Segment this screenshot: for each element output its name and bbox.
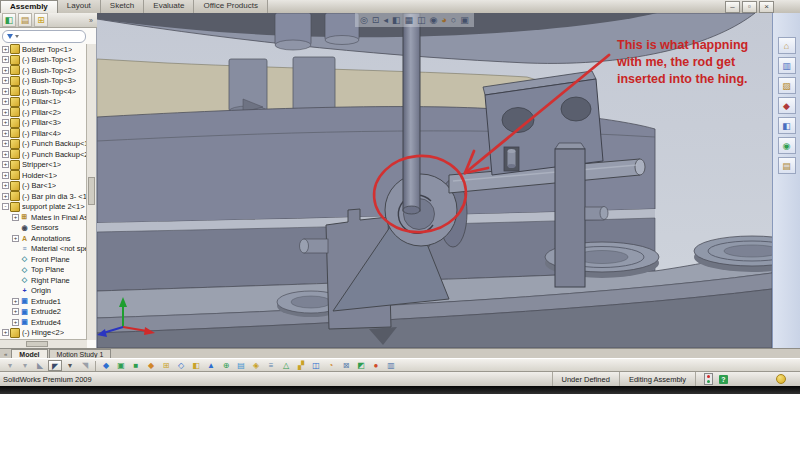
tree-expander[interactable]: +: [2, 46, 9, 53]
hide-show-icon[interactable]: ◉: [429, 13, 437, 27]
tab-evaluate[interactable]: Evaluate: [144, 0, 194, 13]
mate-icon[interactable]: ⊞: [34, 13, 48, 27]
tree-item[interactable]: +(-) Bush-Top<3>: [0, 76, 87, 87]
select-dropdown[interactable]: ▾: [63, 360, 77, 371]
realview-icon[interactable]: ◉: [778, 137, 796, 154]
tree-expander[interactable]: +: [2, 182, 9, 189]
toolbox-icon[interactable]: ◆: [778, 97, 796, 114]
appearances-icon[interactable]: ◕: [441, 13, 446, 27]
tree-item[interactable]: +▣Extrude1: [10, 296, 87, 307]
mate-icon[interactable]: ◆: [99, 360, 113, 371]
tree-expander[interactable]: +: [2, 329, 9, 336]
simulation-icon[interactable]: ●: [369, 360, 383, 371]
tree-expander[interactable]: +: [2, 88, 9, 95]
tree-item[interactable]: ◇Right Plane: [10, 275, 87, 286]
zoom-area-icon[interactable]: ⊡: [372, 13, 380, 27]
custom-properties-icon[interactable]: ▤: [778, 157, 796, 174]
measure-icon[interactable]: ◔: [324, 360, 338, 371]
new-motion-study-icon[interactable]: ◈: [249, 360, 263, 371]
tree-expander[interactable]: +: [12, 298, 19, 305]
resources-icon[interactable]: ⌂: [778, 37, 796, 54]
tree-item[interactable]: ≡Material <not specifi: [10, 244, 87, 255]
viewport-3d[interactable]: This is what happning with me, the rod g…: [97, 13, 772, 348]
minimize-button[interactable]: –: [725, 1, 740, 13]
tree-item[interactable]: +(-) Pillar<2>: [0, 107, 87, 118]
tree-expander[interactable]: +: [12, 308, 19, 315]
exploded-view-icon[interactable]: △: [279, 360, 293, 371]
tree-item[interactable]: +Holder<1>: [0, 170, 87, 181]
tree-filter-box[interactable]: [2, 30, 86, 43]
tree-item[interactable]: -support plate 2<1>: [0, 202, 87, 213]
filter-vertices-icon[interactable]: ▾: [18, 360, 32, 371]
design-library-icon[interactable]: ▥: [778, 57, 796, 74]
tree-expander[interactable]: +: [2, 119, 9, 126]
tree-expander[interactable]: +: [2, 140, 9, 147]
tree-item[interactable]: +AAnnotations: [10, 233, 87, 244]
tree-expander[interactable]: +: [12, 319, 19, 326]
view-orientation-icon[interactable]: ▦: [404, 13, 413, 27]
selection-filter-icon[interactable]: ▾: [3, 360, 17, 371]
tree-horizontal-scrollbar[interactable]: [0, 339, 87, 348]
tree-expander[interactable]: -: [2, 203, 9, 210]
previous-view-icon[interactable]: ◂: [383, 13, 388, 27]
camera-icon[interactable]: ▣: [460, 13, 469, 27]
tab-office-products[interactable]: Office Products: [194, 0, 268, 13]
show-hidden-icon[interactable]: ◧: [189, 360, 203, 371]
deselect-icon[interactable]: ◥: [78, 360, 92, 371]
tree-item[interactable]: +(-) Punch Backup<2>: [0, 149, 87, 160]
edit-component-icon[interactable]: ◧: [2, 13, 16, 27]
tree-item[interactable]: +Bolster Top<1>: [0, 44, 87, 55]
tree-expander[interactable]: +: [2, 130, 9, 137]
reference-geometry-icon[interactable]: ▤: [234, 360, 248, 371]
tree-item[interactable]: +▣Extrude2: [10, 307, 87, 318]
tree-expander[interactable]: +: [12, 235, 19, 242]
display-style-icon[interactable]: ◫: [417, 13, 426, 27]
tree-item[interactable]: +Stripper<1>: [0, 160, 87, 171]
tree-expander[interactable]: +: [2, 67, 9, 74]
component-pattern-icon[interactable]: ⊕: [219, 360, 233, 371]
edit-component-icon[interactable]: ▣: [114, 360, 128, 371]
filter-faces-icon[interactable]: ◣: [33, 360, 47, 371]
section-properties-icon[interactable]: ◩: [354, 360, 368, 371]
tree-item[interactable]: +⊞Mates in Final Assem: [10, 212, 87, 223]
move-component-icon[interactable]: ⊞: [159, 360, 173, 371]
tree-item[interactable]: +▣Extrude4: [10, 317, 87, 328]
select-cursor-icon[interactable]: ◤: [48, 360, 62, 371]
tree-expander[interactable]: +: [2, 151, 9, 158]
smart-fasteners-icon[interactable]: ◆: [144, 360, 158, 371]
appearances-icon[interactable]: ◧: [778, 117, 796, 134]
tree-item[interactable]: +(-) Pillar<3>: [0, 118, 87, 129]
tab-assembly[interactable]: Assembly: [0, 0, 58, 13]
tree-item[interactable]: ◇Front Plane: [10, 254, 87, 265]
tree-item[interactable]: ◇Top Plane: [10, 265, 87, 276]
scene-icon[interactable]: ○: [451, 13, 456, 27]
tree-expander[interactable]: +: [2, 77, 9, 84]
tree-item[interactable]: ◉Sensors: [10, 223, 87, 234]
explode-lines-icon[interactable]: ▞: [294, 360, 308, 371]
tree-expander[interactable]: +: [2, 193, 9, 200]
tree-item[interactable]: +(-) Bar<1>: [0, 181, 87, 192]
tree-item[interactable]: +(-) Hinge<2>: [0, 328, 87, 339]
tree-item[interactable]: +Origin: [10, 286, 87, 297]
tree-expander[interactable]: +: [12, 214, 19, 221]
restore-button[interactable]: ▫: [742, 1, 757, 13]
help-icon[interactable]: ?: [719, 375, 728, 384]
tree-item[interactable]: +(-) Bush-Top<1>: [0, 55, 87, 66]
tree-item[interactable]: +(-) Bar pin dia 3- <1>: [0, 191, 87, 202]
tab-layout[interactable]: Layout: [58, 0, 101, 13]
tree-item[interactable]: +(-) Bush-Top<2>: [0, 65, 87, 76]
interference-detection-icon[interactable]: ◫: [309, 360, 323, 371]
tree-vertical-scrollbar[interactable]: [86, 44, 96, 340]
quick-tips-icon[interactable]: [776, 374, 786, 384]
file-explorer-icon[interactable]: ▨: [778, 77, 796, 94]
tree-item[interactable]: +(-) Pillar<1>: [0, 97, 87, 108]
tab-sketch[interactable]: Sketch: [101, 0, 144, 13]
mass-properties-icon[interactable]: ⊠: [339, 360, 353, 371]
close-button[interactable]: ×: [759, 1, 774, 13]
statistics-icon[interactable]: ▥: [384, 360, 398, 371]
tree-item[interactable]: +(-) Bush-Top<4>: [0, 86, 87, 97]
tree-expander[interactable]: +: [2, 56, 9, 63]
bill-of-materials-icon[interactable]: ≡: [264, 360, 278, 371]
bar-pin-rod[interactable]: [403, 13, 420, 214]
model-scene[interactable]: This is what happning with me, the rod g…: [97, 13, 772, 348]
